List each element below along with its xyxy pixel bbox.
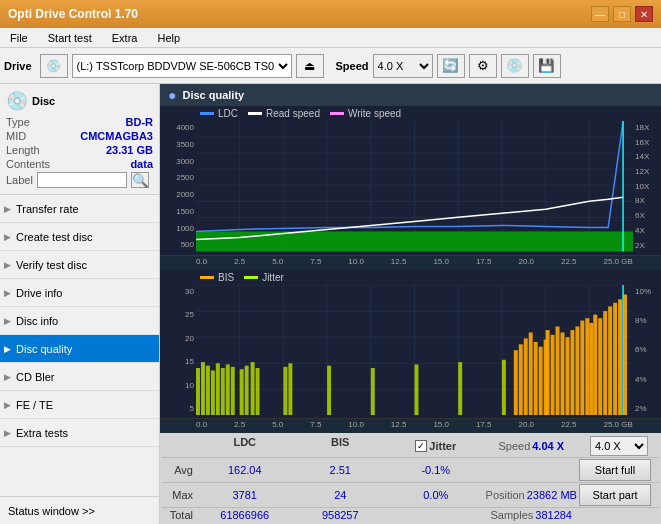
sidebar-item-disc-quality[interactable]: ▶ Disc quality	[0, 335, 159, 363]
start-full-button[interactable]: Start full	[579, 459, 651, 481]
close-button[interactable]: ✕	[635, 6, 653, 22]
disc-mid-label: MID	[6, 130, 26, 142]
disc-mid-value: CMCMAGBA3	[80, 130, 153, 142]
svg-rect-54	[514, 350, 518, 415]
svg-rect-70	[589, 322, 593, 415]
position-label: Position	[486, 489, 525, 501]
x-label: 0.0	[196, 420, 207, 429]
menu-start-test[interactable]: Start test	[42, 30, 98, 46]
nav-label: Transfer rate	[16, 203, 79, 215]
y-label-r: 8%	[633, 316, 661, 325]
sidebar-item-extra-tests[interactable]: ▶ Extra tests	[0, 419, 159, 447]
svg-rect-49	[327, 365, 331, 415]
x-label: 5.0	[272, 420, 283, 429]
y-label: 1000	[160, 224, 196, 233]
start-part-wrapper: Start part	[579, 484, 659, 506]
status-window-btn[interactable]: Status window >>	[0, 496, 159, 524]
nav-label: Drive info	[16, 287, 62, 299]
x-label: 7.5	[310, 257, 321, 266]
svg-rect-37	[206, 365, 210, 415]
x-axis-bot: 0.0 2.5 5.0 7.5 10.0 12.5 15.0 17.5 20.0…	[196, 420, 633, 429]
avg-ldc: 162.04	[197, 464, 293, 476]
arrow-icon: ▶	[4, 400, 11, 410]
disc-length-row: Length 23.31 GB	[6, 144, 153, 156]
svg-rect-69	[585, 318, 589, 415]
y-axis-right-top: 18X 16X 14X 12X 10X 8X 6X 4X 2X	[633, 121, 661, 252]
svg-rect-55	[519, 344, 523, 415]
disc-mid-row: MID CMCMAGBA3	[6, 130, 153, 142]
nav-items: ▶ Transfer rate ▶ Create test disc ▶ Ver…	[0, 195, 159, 496]
jitter-checkbox[interactable]: ✓	[415, 440, 427, 452]
arrow-icon: ▶	[4, 428, 11, 438]
sidebar-item-transfer-rate[interactable]: ▶ Transfer rate	[0, 195, 159, 223]
y-label-r: 2%	[633, 404, 661, 413]
svg-rect-39	[216, 363, 220, 415]
y-label: 5	[160, 404, 196, 413]
sidebar-item-disc-info[interactable]: ▶ Disc info	[0, 307, 159, 335]
sidebar-item-cd-bler[interactable]: ▶ CD Bler	[0, 363, 159, 391]
max-ldc: 3781	[197, 489, 293, 501]
main-layout: 💿 Disc Type BD-R MID CMCMAGBA3 Length 23…	[0, 84, 661, 524]
y-label-r: 14X	[633, 152, 661, 161]
sidebar-item-drive-info[interactable]: ▶ Drive info	[0, 279, 159, 307]
legend-bis-label: BIS	[218, 272, 234, 283]
toolbar: Drive 💿 (L:) TSSTcorp BDDVDW SE-506CB TS…	[0, 48, 661, 84]
svg-rect-74	[608, 306, 612, 415]
y-label: 25	[160, 310, 196, 319]
disc-type-row: Type BD-R	[6, 116, 153, 128]
sidebar-item-create-test-disc[interactable]: ▶ Create test disc	[0, 223, 159, 251]
menu-file[interactable]: File	[4, 30, 34, 46]
svg-rect-44	[245, 365, 249, 415]
nav-label: Create test disc	[16, 231, 92, 243]
stats-header-row: LDC BIS ✓ Jitter Speed 4.04 X 4.0 X	[162, 435, 659, 458]
stats-header-speed: Speed 4.04 X	[484, 436, 580, 456]
y-label-r: 2X	[633, 241, 661, 250]
x-label: 2.5	[234, 257, 245, 266]
read-speed-color	[248, 112, 262, 115]
x-label: 12.5	[391, 420, 407, 429]
speed-select-dropdown[interactable]: 4.0 X	[590, 436, 648, 456]
config-button[interactable]: ⚙	[469, 54, 497, 78]
stats-header-ldc: LDC	[197, 436, 293, 456]
disc-button[interactable]: 💿	[501, 54, 529, 78]
disc-label-input[interactable]	[37, 172, 127, 188]
x-axis-top: 0.0 2.5 5.0 7.5 10.0 12.5 15.0 17.5 20.0…	[196, 257, 633, 266]
chart-header: ● Disc quality	[160, 84, 661, 106]
svg-rect-59	[539, 346, 543, 415]
start-part-button[interactable]: Start part	[579, 484, 651, 506]
x-label: 10.0	[348, 257, 364, 266]
x-label: 7.5	[310, 420, 321, 429]
svg-rect-63	[556, 326, 560, 415]
bottom-chart-inner: 30 25 20 15 10 5 10% 8% 6% 4% 2%	[160, 285, 661, 416]
avg-bis: 2.51	[293, 464, 389, 476]
sidebar-item-fe-te[interactable]: ▶ FE / TE	[0, 391, 159, 419]
speed-select-wrapper: 4.0 X	[579, 436, 659, 456]
minimize-button[interactable]: —	[591, 6, 609, 22]
sidebar-item-verify-test-disc[interactable]: ▶ Verify test disc	[0, 251, 159, 279]
disc-type-label: Type	[6, 116, 30, 128]
speed-text-val: 4.04 X	[532, 440, 564, 452]
write-speed-color	[330, 112, 344, 115]
x-label: 20.0	[518, 420, 534, 429]
svg-rect-72	[598, 318, 602, 415]
legend-write-speed: Write speed	[330, 108, 401, 119]
nav-label: Disc quality	[16, 343, 72, 355]
menu-help[interactable]: Help	[151, 30, 186, 46]
maximize-button[interactable]: □	[613, 6, 631, 22]
refresh-button[interactable]: 🔄	[437, 54, 465, 78]
save-button[interactable]: 💾	[533, 54, 561, 78]
y-label-r: 12X	[633, 167, 661, 176]
y-label: 3500	[160, 140, 196, 149]
drive-icon-btn[interactable]: 💿	[40, 54, 68, 78]
svg-rect-64	[560, 332, 564, 415]
svg-rect-57	[529, 332, 533, 415]
y-label-r: 4%	[633, 375, 661, 384]
y-label-r: 16X	[633, 138, 661, 147]
speed-select[interactable]: 4.0 X	[373, 54, 433, 78]
disc-label-btn[interactable]: 🔍	[131, 172, 149, 188]
status-window-label: Status window >>	[8, 505, 95, 517]
drive-label: Drive	[4, 60, 32, 72]
menu-extra[interactable]: Extra	[106, 30, 144, 46]
eject-button[interactable]: ⏏	[296, 54, 324, 78]
drive-select[interactable]: (L:) TSSTcorp BDDVDW SE-506CB TS02	[72, 54, 292, 78]
